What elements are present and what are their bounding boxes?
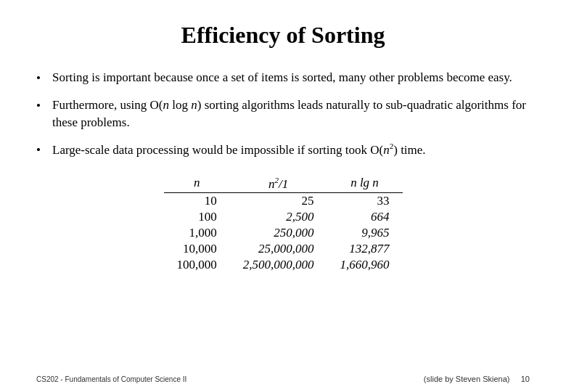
slide-container: Efficiency of Sorting • Sorting is impor… [0,0,566,392]
bullet-text-3: Large-scale data processing would be imp… [52,141,530,159]
col-header-nlgn: n lg n [327,174,403,193]
table-row: 1,000250,0009,965 [164,225,403,241]
table-row: 10,00025,000,000132,877 [164,241,403,257]
table-cell-2-1: 250,000 [230,225,327,241]
footer-slide-credit: (slide by Steven Skiena) [424,375,510,383]
footer-attribution: (slide by Steven Skiena) 10 [424,375,530,383]
table-cell-3-1: 25,000,000 [230,241,327,257]
bullet-item-1: • Sorting is important because once a se… [36,69,530,88]
table-cell-3-0: 10,000 [164,241,230,257]
col-header-n: n [164,174,230,193]
bullet-text-2: Furthermore, using O(n log n) sorting al… [52,97,530,132]
table-cell-2-0: 1,000 [164,225,230,241]
table-row: 102533 [164,193,403,210]
table-cell-1-1: 2,500 [230,209,327,225]
complexity-table: n n2/1 n lg n 1025331002,5006641,000250,… [164,174,403,274]
footer-course: CS202 - Fundamentals of Computer Science… [36,375,186,383]
table-cell-0-1: 25 [230,193,327,210]
footer: CS202 - Fundamentals of Computer Science… [0,375,566,383]
bullet-text-1: Sorting is important because once a set … [52,69,530,87]
table-cell-4-1: 2,500,000,000 [230,257,327,273]
bullet-dot-1: • [36,69,52,88]
bullet-list: • Sorting is important because once a se… [36,69,530,168]
table-cell-4-2: 1,660,960 [327,257,403,273]
table-row: 1002,500664 [164,209,403,225]
table-cell-4-0: 100,000 [164,257,230,273]
table-cell-0-0: 10 [164,193,230,210]
table-cell-3-2: 132,877 [327,241,403,257]
table-header-row: n n2/1 n lg n [164,174,403,193]
bullet-item-3: • Large-scale data processing would be i… [36,141,530,160]
table-row: 100,0002,500,000,0001,660,960 [164,257,403,273]
footer-page-number: 10 [521,375,530,383]
table-cell-1-2: 664 [327,209,403,225]
table-body: 1025331002,5006641,000250,0009,96510,000… [164,193,403,274]
bullet-dot-2: • [36,97,52,115]
slide-title: Efficiency of Sorting [36,22,530,49]
col-header-n2: n2/1 [230,174,327,193]
bullet-item-2: • Furthermore, using O(n log n) sorting … [36,97,530,132]
table-cell-1-0: 100 [164,209,230,225]
table-cell-2-2: 9,965 [327,225,403,241]
table-section: n n2/1 n lg n 1025331002,5006641,000250,… [36,174,530,274]
table-cell-0-2: 33 [327,193,403,210]
bullet-dot-3: • [36,141,52,160]
